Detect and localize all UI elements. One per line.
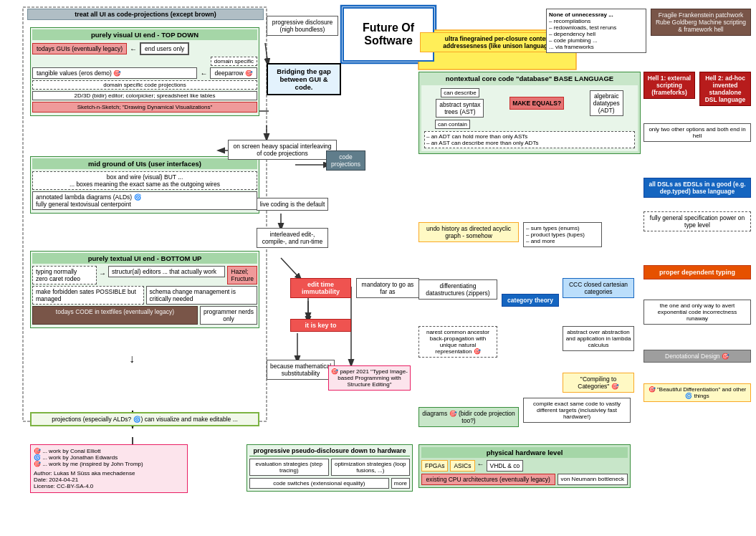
svg-line-10 — [281, 258, 301, 279]
nontextual-core-box: nontextual core code "database" BASE LAN… — [418, 72, 641, 154]
hell1-box: Hell 1: external scripting (frameforks) — [643, 72, 695, 99]
fully-general-box: fully general specification power on typ… — [643, 211, 751, 231]
narest-common-box: narest common ancestor back-propagation … — [418, 326, 497, 358]
category-theory-box: category theory — [502, 294, 559, 307]
code-switches-box: code switches (extensional equality) — [249, 478, 389, 489]
beautiful-diff-box: 🎯 "Beautiful Differentiation" and other … — [643, 383, 751, 402]
purely-textual-header: purely textual UI end - BOTTOM UP — [32, 253, 257, 264]
hell2-box: Hell 2: ad-hoc invented standalone DSL l… — [699, 72, 751, 106]
domain-code-projections: domain specific code projections — [32, 80, 257, 90]
compile-exact-box: compile exact same code to vastly differ… — [523, 398, 631, 423]
key-to-box: it is key to — [290, 319, 351, 332]
interleaved-box: interleaved edit-, compile-, and run-tim… — [257, 228, 328, 248]
paper-2021-box: 🎯 paper 2021 "Typed Image-based Programm… — [328, 365, 411, 391]
ccc-box: CCC closed cartesian categories — [563, 278, 634, 298]
live-coding-box: live coding is the default — [257, 198, 328, 211]
ast-box: abstract syntaxtrees (AST) — [436, 99, 484, 118]
end-users-box: end users only — [140, 42, 189, 55]
optim-strategies-box: optimization strategies (loop fusions, .… — [331, 459, 411, 476]
author-info: 🎯 ... work by Conal Elliott 🌀 ... work b… — [30, 444, 188, 493]
purely-visual-header: purely visual UI end - TOP DOWN — [32, 29, 257, 40]
sketch-n-sketch-box: Sketch-n-Sketch; "Drawing Dynamical Visu… — [32, 102, 257, 113]
algebraic-box: algebraicdatatypes(ADT) — [590, 90, 623, 116]
structural-editors-box: structur(al) editors ... that actually w… — [108, 266, 225, 277]
differentiating-box: differentiating datastructures (zippers) — [418, 279, 497, 300]
proper-dependent-box: proper dependent typing — [643, 265, 751, 279]
can-describe-label: can describe — [441, 88, 479, 97]
down-arrow-indicator: ↓ — [129, 353, 135, 365]
box-and-wire: box and wire (visual) BUT ...... boxes m… — [32, 171, 257, 190]
progressive-pseudo-section: progressive pseudo-disclosure down to ha… — [247, 444, 413, 492]
mathematical-box: because mathematical substitutability — [267, 360, 335, 380]
tangible-values-box: tangible values (eros demo) 🎯 — [32, 67, 197, 79]
mandatory-box: mandatory to go as far as — [356, 278, 419, 298]
purely-visual-section: purely visual UI end - TOP DOWN todays G… — [30, 27, 259, 116]
annotated-lambda-box: annotated lambda diagrams (ALDs) 🌀fully … — [32, 191, 257, 210]
hazel-fructure-box: Hazel;Fructure — [227, 266, 257, 284]
outer-box-label: treat all UI as code-projections (except… — [27, 9, 264, 20]
deeparrow-box: deeparrow 🎯 — [210, 67, 257, 79]
existing-cpu-box: existing CPU architectures (eventually l… — [421, 474, 555, 485]
asics-box: ASICs — [450, 460, 474, 472]
diagrams-box: diagrams 🎯 (bidir code projection too?) — [418, 407, 519, 427]
can-contain-label: can contain — [435, 120, 470, 129]
projections-alds-box: projections (especially ALDs? 🌀) can vis… — [30, 412, 259, 426]
programmer-nerds-box: programmer nerds only — [200, 306, 257, 325]
fragile-frankenstein-box: Fragile Frankenstein patchwork Rube Gold… — [651, 9, 751, 36]
physical-hardware-section: physical hardware level FPGAs ASICs ← VH… — [418, 444, 631, 488]
denotational-box: Denotational Design 🎯 — [643, 350, 751, 363]
bridging-gap-box: Bridging the gap between GUI & code. — [267, 63, 341, 95]
mid-ground-header: mid ground of UIs (user interfaces) — [32, 158, 257, 169]
abstract-over-box: abstract over abstraction and applicatio… — [563, 326, 634, 351]
fpgas-box: FPGAs — [421, 460, 448, 472]
one-and-only-box: the one and only way to avert exponentia… — [643, 300, 751, 325]
code-projections-box: code projections — [326, 150, 365, 171]
2d3d-box: 2D/3D (bidir) editor; colorpicker; sprea… — [32, 91, 257, 100]
compiling-to-box: "Compiling to Categories" 🎯 — [563, 373, 634, 393]
none-unnecessary-box: None of unnecessray ... – recompilations… — [546, 9, 646, 53]
diagram-container: treat all UI as code-projections (except… — [0, 0, 756, 536]
more-box: more — [391, 478, 410, 489]
purely-textual-section: purely textual UI end - BOTTOM UP typing… — [30, 251, 259, 328]
all-dsls-box: all DSLs as EDSLs in a good (e.g. dep.ty… — [643, 178, 751, 198]
make-forbidden-box: make forbidden sates POSSIBLE but manage… — [32, 286, 144, 305]
undo-history-box: undo history as directed acyclic graph -… — [418, 222, 519, 242]
von-neumann-box: von Neumann bottleneck — [558, 474, 628, 485]
edit-time-box: edit time immutability — [290, 278, 351, 298]
eval-strategies-box: evaluation strategies (step tracing) — [249, 459, 329, 476]
mid-ground-section: mid ground of UIs (user interfaces) box … — [30, 156, 259, 214]
make-equals-box: MAKE EQUALS? — [509, 97, 564, 110]
schema-change-box: schema change management is critically n… — [146, 286, 258, 305]
todays-guis-box: todays GUIs (eventually legacy) — [32, 43, 127, 54]
only-two-box: only two other options and both end in h… — [643, 123, 751, 142]
domain-specific-box: domain specific — [211, 57, 257, 66]
on-screen-box: on screen heavy spacial interleaving of … — [228, 140, 337, 160]
vhdl-box: VHDL & co — [487, 460, 524, 472]
svg-line-6 — [265, 43, 268, 64]
todays-code-box: todays CODE in textfiles (eventually leg… — [32, 306, 198, 325]
typing-normally-box: typing normallyzero caret rodeo — [32, 266, 97, 284]
sum-types-box: – sum types (enums)– product types (tupe… — [523, 222, 602, 247]
progressive-disclosure-box: progressive disclosure (nigh boundless) — [267, 16, 338, 36]
